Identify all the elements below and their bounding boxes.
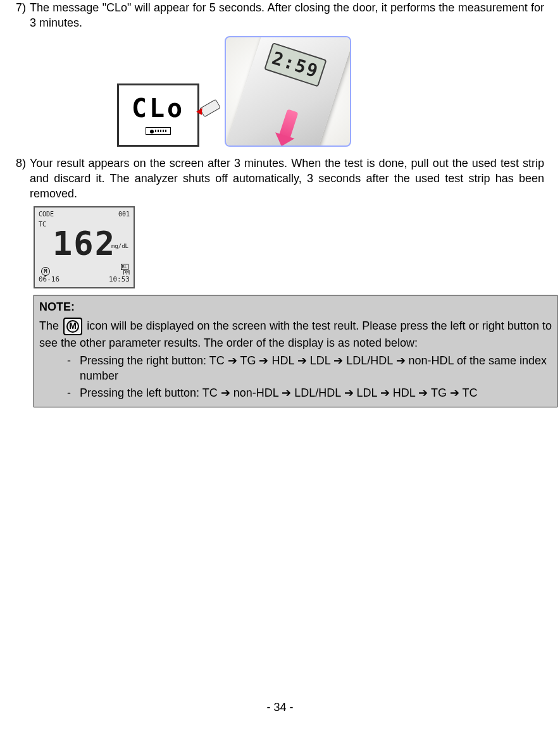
list-dash: - <box>67 385 71 400</box>
note-title: NOTE: <box>39 299 552 314</box>
step-8: 8) Your result appears on the screen aft… <box>16 156 544 202</box>
strip-slot-icon <box>146 127 171 135</box>
m-circle-icon-letter: M <box>66 320 79 333</box>
note-text-after: icon will be displayed on the screen wit… <box>39 319 552 349</box>
result-top-row: CODE 001 <box>39 210 130 219</box>
note-right-button-sequence: Pressing the right button: TC ➔ TG ➔ HDL… <box>80 353 552 384</box>
note-body: The M icon will be displayed on the scre… <box>39 318 552 350</box>
step-7-text: The message "CLo" will appear for 5 seco… <box>30 0 544 31</box>
test-strip-icon <box>199 99 221 117</box>
result-time: 10:53 <box>109 275 130 285</box>
note-list: - Pressing the right button: TC ➔ TG ➔ H… <box>62 353 552 400</box>
result-code-value: 001 <box>118 210 130 219</box>
result-datetime-row: 06-16 10:53 <box>39 275 130 285</box>
clo-display-text: CLo <box>132 96 185 121</box>
clo-display-figure: CLo <box>117 84 199 147</box>
device-lcd: 2:59 <box>264 42 327 87</box>
step-7: 7) The message "CLo" will appear for 5 s… <box>16 0 544 31</box>
list-dash: - <box>67 353 71 384</box>
list-item: - Pressing the left button: TC ➔ non-HDL… <box>62 385 552 400</box>
step-8-text: Your result appears on the screen after … <box>30 156 544 202</box>
step-7-images: CLo 2:59 <box>117 36 544 147</box>
note-text-before: The <box>39 319 62 332</box>
page-number: - 34 - <box>0 700 560 715</box>
result-unit: mg/dL <box>111 242 128 250</box>
list-item: - Pressing the right button: TC ➔ TG ➔ H… <box>62 353 552 384</box>
step-8-number: 8) <box>16 156 26 202</box>
step-7-number: 7) <box>16 0 26 31</box>
result-code-label: CODE <box>39 210 54 219</box>
note-left-button-sequence: Pressing the left button: TC ➔ non-HDL ➔… <box>80 385 552 400</box>
result-screen-figure: CODE 001 TC 162 mg/dL M BL PM 06-16 10:5… <box>34 206 135 288</box>
note-box: NOTE: The M icon will be displayed on th… <box>34 295 557 407</box>
m-circle-icon: M <box>63 318 82 335</box>
device-countdown-figure: 2:59 <box>225 36 351 147</box>
result-date: 06-16 <box>39 275 59 285</box>
